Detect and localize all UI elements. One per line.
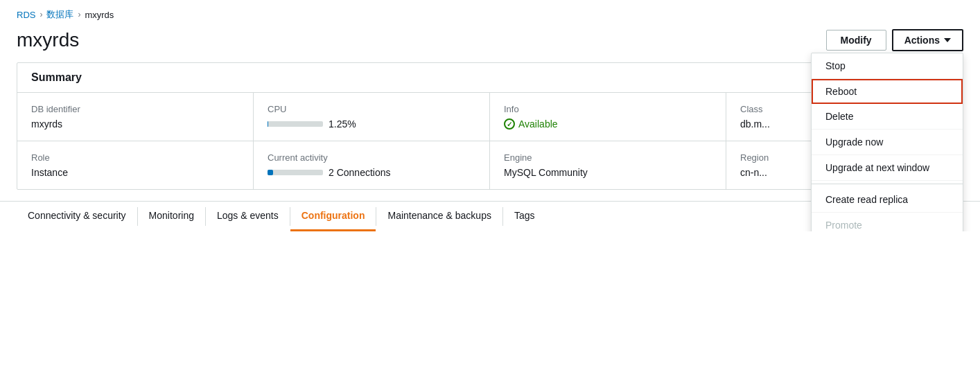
modify-button[interactable]: Modify <box>826 30 886 51</box>
dropdown-item-create-read-replica[interactable]: Create read replica <box>812 187 963 213</box>
cpu-progress-bar <box>268 121 323 127</box>
actions-dropdown-menu: StopRebootDeleteUpgrade nowUpgrade at ne… <box>811 53 963 231</box>
summary-label-role: Role <box>31 152 239 163</box>
dropdown-item-reboot[interactable]: Reboot <box>812 79 963 104</box>
status-available-icon: ✓ <box>504 118 515 130</box>
dropdown-divider-4 <box>812 184 963 184</box>
tab-maintenance--backups[interactable]: Maintenance & backups <box>376 202 502 231</box>
breadcrumb-sep-2: › <box>78 10 80 19</box>
summary-value-activity: 2 Connections <box>268 167 475 178</box>
actions-button[interactable]: Actions <box>892 29 963 51</box>
dropdown-item-promote: Promote <box>812 213 963 231</box>
summary-value-identifier: mxyrds <box>31 118 239 130</box>
summary-col-engine: Engine MySQL Community <box>490 141 726 189</box>
actions-label: Actions <box>904 35 940 46</box>
connections-progress-bar <box>268 170 323 175</box>
breadcrumb-rds[interactable]: RDS <box>17 10 35 20</box>
summary-value-cpu: 1.25% <box>268 118 475 130</box>
summary-col-activity: Current activity 2 Connections <box>254 141 490 189</box>
breadcrumb-database[interactable]: 数据库 <box>46 8 73 21</box>
summary-value-status: ✓ Available <box>504 118 712 130</box>
breadcrumb-sep-1: › <box>40 10 42 19</box>
breadcrumb-current: mxyrds <box>85 10 114 20</box>
tab-tags[interactable]: Tags <box>503 202 546 231</box>
header-actions: Modify Actions StopRebootDeleteUpgrade n… <box>826 29 963 51</box>
summary-col-info: Info ✓ Available <box>490 93 726 141</box>
breadcrumb: RDS › 数据库 › mxyrds <box>0 0 980 26</box>
summary-col-role: Role Instance <box>17 141 254 189</box>
tab-configuration[interactable]: Configuration <box>290 202 376 231</box>
connections-label: 2 Connections <box>329 167 391 178</box>
summary-col-identifier: DB identifier mxyrds <box>17 93 254 141</box>
summary-label-engine: Engine <box>504 152 712 163</box>
summary-label-cpu: CPU <box>268 104 475 114</box>
dropdown-item-upgrade-now[interactable]: Upgrade now <box>812 130 963 155</box>
tab-logs--events[interactable]: Logs & events <box>206 202 290 231</box>
connections-progress-fill <box>268 170 273 175</box>
cpu-progress-fill <box>268 121 268 127</box>
actions-wrapper: Actions StopRebootDeleteUpgrade nowUpgra… <box>892 29 963 51</box>
summary-col-cpu: CPU 1.25% <box>254 93 490 141</box>
summary-label-identifier: DB identifier <box>31 104 239 114</box>
summary-label-info: Info <box>504 104 712 114</box>
cpu-percent-label: 1.25% <box>329 118 356 130</box>
caret-down-icon <box>944 38 951 42</box>
summary-label-activity: Current activity <box>268 152 475 163</box>
status-available-text: Available <box>518 118 558 130</box>
summary-value-role: Instance <box>31 167 239 178</box>
dropdown-item-upgrade-at-next-window[interactable]: Upgrade at next window <box>812 155 963 181</box>
dropdown-item-delete[interactable]: Delete <box>812 104 963 130</box>
dropdown-item-stop[interactable]: Stop <box>812 53 963 79</box>
tab-connectivity--security[interactable]: Connectivity & security <box>17 202 137 231</box>
summary-value-engine: MySQL Community <box>504 167 712 178</box>
tab-monitoring[interactable]: Monitoring <box>138 202 205 231</box>
page-header: mxyrds Modify Actions StopRebootDeleteUp… <box>0 26 980 62</box>
page-title: mxyrds <box>17 29 79 51</box>
